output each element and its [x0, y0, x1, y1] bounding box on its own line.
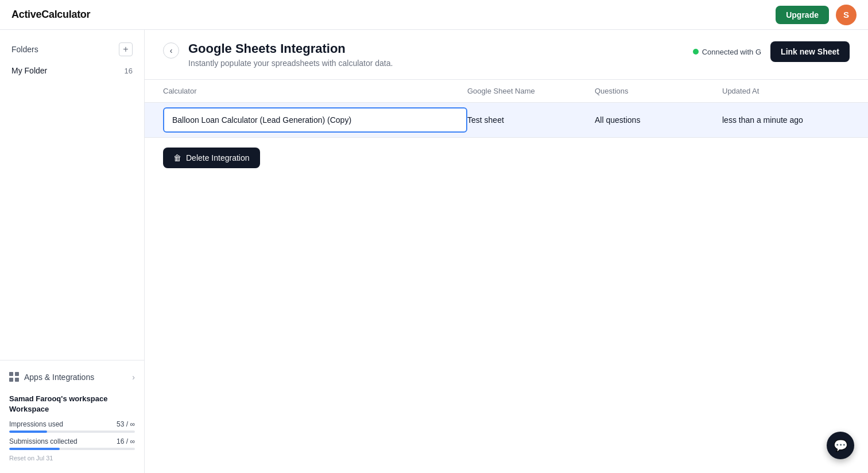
- integration-header-right: Connected with G Link new Sheet: [693, 41, 850, 62]
- apps-icon: [9, 372, 20, 382]
- delete-integration-button[interactable]: 🗑 Delete Integration: [163, 148, 260, 168]
- calculator-cell: Balloon Loan Calculator (Lead Generation…: [163, 107, 467, 133]
- my-folder-label: My Folder: [11, 66, 47, 75]
- delete-integration-label: Delete Integration: [186, 153, 250, 162]
- apps-integrations-label: Apps & Integrations: [24, 373, 94, 382]
- submissions-value: 16 / ∞: [117, 437, 135, 445]
- impressions-stat: Impressions used 53 / ∞: [9, 420, 135, 433]
- workspace-title: Samad Farooq's workspace Workspace: [9, 394, 135, 414]
- questions-cell: All questions: [595, 106, 722, 134]
- submissions-label: Submissions collected: [9, 437, 78, 445]
- chat-bubble[interactable]: 💬: [827, 432, 854, 459]
- table-header-row: Calculator Google Sheet Name Questions U…: [145, 80, 868, 103]
- top-header: ActiveCalculator Upgrade S: [0, 0, 868, 30]
- connected-badge: Connected with G: [693, 48, 761, 56]
- chevron-right-icon: ›: [132, 373, 135, 382]
- app-logo: ActiveCalculator: [11, 9, 90, 21]
- apps-integrations-row[interactable]: Apps & Integrations ›: [7, 367, 137, 387]
- add-folder-button[interactable]: +: [119, 42, 133, 56]
- col-header-updated-at: Updated At: [722, 87, 850, 95]
- table-area: Calculator Google Sheet Name Questions U…: [145, 80, 868, 473]
- integration-title-block: Google Sheets Integration Instantly popu…: [188, 41, 393, 68]
- content-area: ‹ Google Sheets Integration Instantly po…: [145, 30, 868, 473]
- col-header-calculator: Calculator: [163, 87, 467, 95]
- sidebar-bottom: Apps & Integrations › Samad Farooq's wor…: [0, 360, 144, 464]
- sidebar-folders-row: Folders +: [9, 39, 135, 60]
- impressions-bar-fill: [9, 431, 47, 433]
- header-right: Upgrade S: [776, 5, 857, 25]
- sheet-name-cell: Test sheet: [467, 106, 595, 134]
- trash-icon: 🗑: [173, 153, 181, 162]
- back-icon: ‹: [170, 46, 173, 55]
- impressions-label-row: Impressions used 53 / ∞: [9, 420, 135, 428]
- apps-integrations-left: Apps & Integrations: [9, 372, 94, 382]
- integration-title: Google Sheets Integration: [188, 41, 393, 56]
- table-row: Balloon Loan Calculator (Lead Generation…: [145, 103, 868, 138]
- col-header-sheet-name: Google Sheet Name: [467, 87, 595, 95]
- impressions-label: Impressions used: [9, 420, 63, 428]
- folders-label: Folders: [11, 45, 38, 54]
- chat-icon: 💬: [834, 439, 848, 452]
- sidebar: Folders + My Folder 16 Apps & Integratio…: [0, 30, 145, 473]
- submissions-label-row: Submissions collected 16 / ∞: [9, 437, 135, 445]
- submissions-bar-fill: [9, 448, 60, 450]
- connected-text: Connected with G: [702, 48, 761, 56]
- avatar[interactable]: S: [836, 5, 857, 25]
- updated-at-cell: less than a minute ago: [722, 106, 850, 134]
- impressions-bar-bg: [9, 431, 135, 433]
- integration-subtitle: Instantly populate your spreadsheets wit…: [188, 59, 393, 68]
- col-header-questions: Questions: [595, 87, 722, 95]
- sidebar-top: Folders + My Folder 16: [0, 39, 144, 360]
- my-folder-count: 16: [125, 67, 133, 75]
- link-sheet-button[interactable]: Link new Sheet: [770, 41, 850, 62]
- integration-header: ‹ Google Sheets Integration Instantly po…: [145, 30, 868, 80]
- upgrade-button[interactable]: Upgrade: [776, 6, 829, 24]
- workspace-section: Samad Farooq's workspace Workspace Impre…: [7, 387, 137, 464]
- integration-header-left: ‹ Google Sheets Integration Instantly po…: [163, 41, 393, 68]
- impressions-value: 53 / ∞: [117, 420, 135, 428]
- back-button[interactable]: ‹: [163, 42, 179, 59]
- sidebar-item-my-folder[interactable]: My Folder 16: [9, 62, 135, 79]
- submissions-bar-bg: [9, 448, 135, 450]
- green-dot-icon: [693, 49, 699, 55]
- submissions-stat: Submissions collected 16 / ∞: [9, 437, 135, 450]
- reset-text: Reset on Jul 31: [9, 455, 135, 462]
- main-layout: Folders + My Folder 16 Apps & Integratio…: [0, 30, 868, 473]
